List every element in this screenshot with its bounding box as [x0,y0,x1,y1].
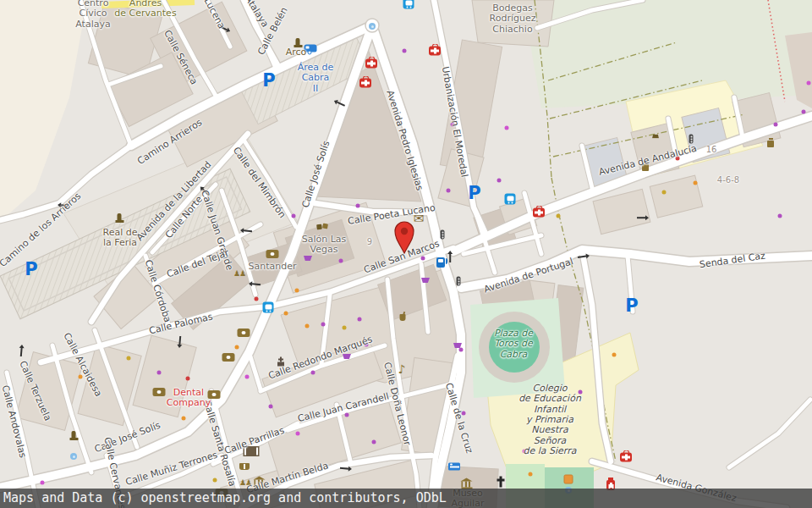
house-number-9: 9 [367,237,372,246]
poi-label-area-de-cabra-ii: Área de Cabra II [298,63,334,94]
street-label-calle-alcaidesa: Calle Alcaidesa [61,331,103,398]
street-label-avenida-de-portugal: Avenida de Portugal [483,257,575,295]
street-label-calle-palomas: Calle Palomas [148,312,213,336]
location-pin[interactable] [390,220,419,254]
map-canvas[interactable]: PPPP♟♟♟♟♪✉ Centro Cívico AtalayaAndrés d… [0,0,812,508]
street-label-calle-de-la-cruz: Calle de la Cruz [442,382,474,455]
poi-label-arco: Arco [286,47,307,58]
poi-label-dental-company: Dental Company [167,388,211,409]
poi-label-salon-las-vegas: Salón Las Vegas [302,235,347,256]
attribution-bar: Maps and Data (c) openstreetmap.org and … [0,489,812,508]
street-label-calle-redondo-marques: Calle Redondo Marqués [267,334,374,382]
street-label-lucena: Lucena [201,0,226,30]
street-label-senda-del-caz: Senda del Caz [699,251,765,270]
street-label-calle-parrillas: Calle Parrillas [223,426,286,457]
poi-label-santander: Santander [249,262,297,272]
street-label-calle-andovalas: Calle Andovalas [0,384,28,459]
street-label-avenida-pedro-iglesias: Avenida Pedro Iglesias [384,89,425,191]
street-label-calle-dona-leonor: Calle Doña Leonor [381,362,412,447]
street-label-atalaya: Atalaya [243,0,270,30]
street-label-calle-seneca: Calle Séneca [162,29,199,87]
street-label-calle-terzuela: Calle Terzuela [17,360,52,423]
house-number-16: 16 [706,145,717,154]
street-label-calle-jose-solis: Calle José Solís [300,140,332,209]
street-label-calle-del-mimbron: Calle del Mimbrón [230,146,287,220]
street-label-camino-arrieros: Camino Arrieros [136,118,205,167]
house-number-4-6-8: 4-6-8 [717,175,739,185]
poi-label-bodegas-rodriguez-chiachio: Bodegas Rodríguez Chiachio [490,3,536,35]
street-label-calle-juan-carandell: Calle Juan Carandell [297,392,390,425]
poi-label-real-de-la-feria: Real de la Feria [103,228,138,249]
street-label-andres-de-cervantes: Andrés de Cervantes [114,0,176,19]
street-label-calle-muniz-terrones: Calle Muñiz Terrones [124,450,219,489]
map-labels-layer: Centro Cívico AtalayaAndrés de Cervantes… [0,0,812,508]
poi-label-plaza-de-toros-de-cabra: Plaza de Toros de Cabra [494,329,533,360]
street-label-urbanizacion-el-moredal: Urbanización El Moredal [439,66,469,179]
poi-label-colegio-nuestra-senora-de-la-sierra: Colegio de Educación Infantil y Primaria… [518,384,581,456]
street-label-avenida-de-andalucia: Avenida de Andalucía [598,144,698,179]
poi-label-centro-civico-atalaya: Centro Cívico Atalaya [75,0,110,29]
street-label-calle-del-tejar: Calle del Tejar [166,248,231,280]
street-label-camino-de-los-arrieros: Camino de los Arrieros [0,191,83,270]
